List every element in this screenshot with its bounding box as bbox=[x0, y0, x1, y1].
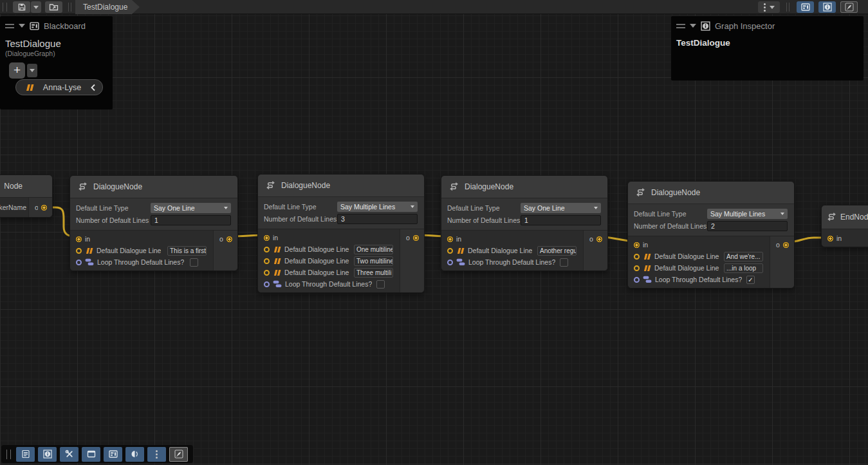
output-port[interactable] bbox=[596, 236, 602, 242]
dialogue-line-field[interactable]: Three multili bbox=[354, 268, 393, 278]
input-port[interactable] bbox=[264, 235, 270, 241]
toggle-info-button[interactable] bbox=[38, 447, 57, 462]
save-icon bbox=[17, 3, 26, 12]
input-port[interactable] bbox=[634, 242, 640, 248]
loop-checkbox[interactable]: ✓ bbox=[746, 276, 755, 284]
node-title-bar[interactable]: DialogueNode bbox=[258, 175, 424, 196]
num-lines-label: Number of Default Lines bbox=[264, 215, 337, 223]
add-property-button[interactable]: + bbox=[9, 62, 25, 79]
chevron-left-icon[interactable] bbox=[90, 84, 96, 91]
dialogue-node-3[interactable]: DialogueNode Default Line Type Say One L… bbox=[441, 175, 608, 271]
toolbar-drag-handle[interactable] bbox=[3, 3, 7, 12]
line-type-dropdown[interactable]: Say Multiple Lines bbox=[337, 202, 418, 212]
string-port[interactable] bbox=[634, 254, 640, 260]
string-port[interactable] bbox=[634, 265, 640, 271]
line-type-dropdown[interactable]: Say One Line bbox=[521, 203, 601, 213]
string-port[interactable] bbox=[264, 270, 270, 276]
loop-checkbox[interactable] bbox=[376, 280, 385, 289]
document-icon bbox=[21, 450, 30, 459]
dialogue-node-1[interactable]: DialogueNode Default Line Type Say One L… bbox=[69, 175, 238, 271]
drag-handle-icon[interactable] bbox=[676, 24, 685, 28]
line-type-label: Default Line Type bbox=[447, 204, 521, 212]
bool-port[interactable] bbox=[76, 260, 82, 265]
dialogue-line-field[interactable]: ...in a loop bbox=[724, 263, 763, 273]
loop-label: Loop Through Default Lines? bbox=[97, 258, 184, 266]
foldout-arrow-icon[interactable] bbox=[19, 24, 25, 28]
node-title-bar[interactable]: DialogueNode bbox=[441, 176, 607, 198]
dialogue-node-icon bbox=[634, 187, 645, 198]
input-port[interactable] bbox=[76, 236, 82, 242]
blackboard-icon bbox=[30, 21, 39, 31]
dialogue-line-field[interactable]: Two multiline bbox=[354, 256, 393, 266]
output-port[interactable] bbox=[226, 236, 232, 242]
save-dropdown-button[interactable] bbox=[31, 1, 41, 13]
blackboard-field-anna-lyse[interactable]: Anna-Lyse bbox=[15, 79, 103, 95]
input-port[interactable] bbox=[827, 236, 833, 242]
toggle-preview-mode-button[interactable] bbox=[125, 447, 144, 462]
toggle-preview-button[interactable] bbox=[840, 1, 858, 13]
line-type-dropdown[interactable]: Say Multiple Lines bbox=[707, 209, 788, 219]
num-lines-field[interactable]: 3 bbox=[337, 214, 418, 224]
open-asset-button[interactable] bbox=[45, 1, 62, 13]
toolbar-drag-handle[interactable] bbox=[6, 450, 11, 459]
string-port[interactable] bbox=[264, 247, 270, 252]
node-title-bar[interactable]: EndNode bbox=[822, 205, 868, 229]
blackboard-panel[interactable]: Blackboard TestDialogue (DialogueGraph) … bbox=[0, 16, 113, 109]
blackboard-title: Blackboard bbox=[44, 21, 86, 31]
node-title: DialogueNode bbox=[93, 182, 142, 191]
dialogue-line-label: Default Dialogue Line bbox=[97, 247, 161, 254]
loop-checkbox[interactable] bbox=[560, 258, 568, 267]
save-button[interactable] bbox=[13, 1, 30, 13]
end-node[interactable]: EndNode in bbox=[821, 205, 868, 247]
dialogue-node-4[interactable]: DialogueNode Default Line Type Say Multi… bbox=[627, 181, 795, 289]
node-title-bar[interactable]: DialogueNode bbox=[628, 182, 794, 204]
dialogue-node-2[interactable]: DialogueNode Default Line Type Say Multi… bbox=[257, 174, 425, 293]
toggle-blackboard-button[interactable] bbox=[104, 447, 122, 462]
end-node-icon bbox=[826, 212, 836, 223]
dialogue-line-field[interactable]: One multiline bbox=[354, 245, 393, 254]
node-title: Node bbox=[4, 182, 23, 191]
output-port[interactable] bbox=[783, 242, 789, 248]
num-lines-field[interactable]: 1 bbox=[151, 215, 231, 225]
bool-port[interactable] bbox=[264, 281, 270, 287]
output-port[interactable] bbox=[41, 205, 47, 211]
bool-port[interactable] bbox=[634, 277, 640, 283]
drag-handle-icon[interactable] bbox=[5, 24, 14, 28]
toggle-window-button[interactable] bbox=[82, 447, 100, 462]
num-lines-field[interactable]: 2 bbox=[707, 221, 788, 231]
quote-icon bbox=[273, 269, 281, 276]
folder-open-icon bbox=[49, 3, 59, 12]
string-port[interactable] bbox=[76, 248, 82, 254]
toggle-quill-button[interactable] bbox=[169, 447, 188, 462]
output-port[interactable] bbox=[413, 235, 419, 241]
dialogue-line-field[interactable]: And we're... bbox=[724, 252, 763, 261]
more-options-button[interactable] bbox=[147, 447, 166, 462]
tools-icon bbox=[65, 450, 74, 459]
more-options-button[interactable] bbox=[758, 1, 780, 13]
speaker-node[interactable]: Node kerName out bbox=[0, 175, 53, 218]
inspector-icon bbox=[701, 21, 710, 31]
toggle-blackboard-button[interactable] bbox=[797, 1, 814, 13]
line-type-dropdown[interactable]: Say One Line bbox=[151, 203, 231, 213]
loop-label: Loop Through Default Lines? bbox=[655, 276, 742, 283]
node-title-bar[interactable]: Node bbox=[0, 175, 52, 197]
toggle-console-button[interactable] bbox=[16, 447, 35, 462]
string-port[interactable] bbox=[447, 248, 453, 254]
tab-testdialogue[interactable]: TestDialogue bbox=[75, 0, 140, 14]
dialogue-line-field[interactable]: This is a first bbox=[167, 246, 207, 256]
dialogue-node-icon bbox=[448, 182, 459, 193]
num-lines-field[interactable]: 1 bbox=[521, 215, 601, 225]
input-port[interactable] bbox=[447, 236, 453, 242]
bool-port[interactable] bbox=[447, 260, 453, 265]
node-title-bar[interactable]: DialogueNode bbox=[70, 176, 237, 198]
loop-checkbox[interactable] bbox=[190, 258, 198, 267]
quote-icon bbox=[273, 246, 281, 253]
string-port[interactable] bbox=[264, 258, 270, 264]
toggle-tools-button[interactable] bbox=[60, 447, 78, 462]
toggle-inspector-button[interactable] bbox=[818, 1, 836, 13]
foldout-arrow-icon[interactable] bbox=[690, 24, 696, 28]
add-property-dropdown[interactable] bbox=[27, 64, 37, 77]
dialogue-line-field[interactable]: Another regu bbox=[537, 246, 577, 256]
line-type-label: Default Line Type bbox=[634, 210, 707, 218]
graph-inspector-panel[interactable]: Graph Inspector TestDialogue bbox=[671, 16, 863, 81]
